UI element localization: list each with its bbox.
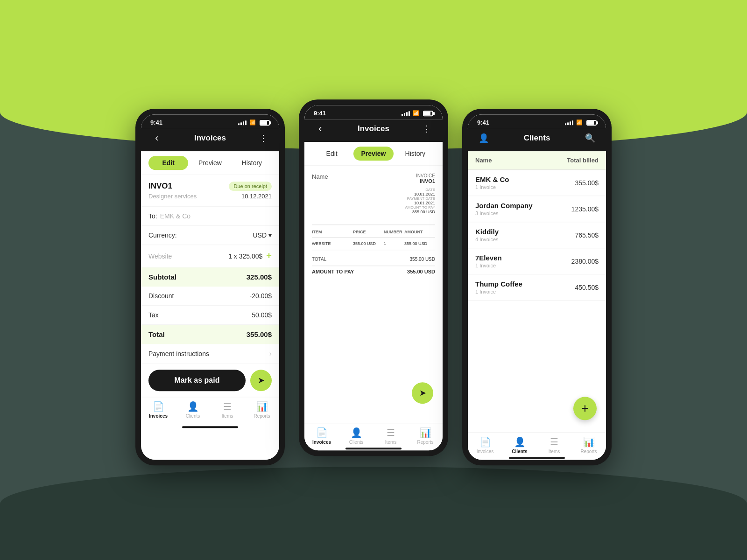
col-number: NUMBER [384, 230, 404, 234]
send-fab-center[interactable]: ➤ [412, 382, 433, 404]
home-indicator-center [345, 448, 402, 449]
client-name-3: 7Eleven [475, 254, 502, 262]
header-title-left: Invoices [194, 133, 226, 143]
time-left: 9:41 [150, 119, 162, 126]
client-invoices-3: 1 Invoice [475, 263, 502, 268]
send-icon-left: ➤ [258, 375, 265, 385]
client-row-1[interactable]: Jordan Company 3 Invoices 1235.00$ [468, 196, 606, 222]
client-invoices-2: 4 Invoices [475, 237, 499, 242]
tab-preview-center[interactable]: Preview [353, 147, 393, 161]
preview-date-label: DATE [405, 188, 435, 192]
invoice-date: 10.12.2021 [241, 193, 272, 200]
due-badge: Due on receipt [229, 182, 272, 191]
nav-items-center[interactable]: ☰ Items [374, 427, 408, 445]
nav-items-right[interactable]: ☰ Items [537, 436, 571, 454]
tabs-center: Edit Preview History [304, 142, 443, 166]
preview-payment-date-val: 10.01.2021 [405, 201, 435, 205]
total-row: Total 355.00$ [141, 325, 279, 344]
reports-nav-icon-right: 📊 [583, 436, 595, 448]
nav-clients-left[interactable]: 👤 Clients [176, 401, 210, 419]
tax-value: 50.00$ [252, 311, 272, 319]
send-fab-left[interactable]: ➤ [250, 370, 272, 391]
tab-preview-left[interactable]: Preview [190, 156, 230, 170]
row-amount: 355.00 USD [404, 241, 435, 246]
client-amount-2: 765.50$ [575, 231, 599, 239]
bottom-arc [0, 467, 747, 560]
phone-right: 9:41 📶 👤 Clients [462, 109, 612, 465]
app-header-right: 👤 Clients 🔍 [468, 129, 606, 151]
signal-left [238, 120, 247, 125]
client-row-3[interactable]: 7Eleven 1 Invoice 2380.00$ [468, 248, 606, 274]
nav-invoices-center[interactable]: 📄 Invoices [304, 427, 339, 445]
nav-invoices-right[interactable]: 📄 Invoices [468, 436, 502, 454]
nav-reports-left[interactable]: 📊 Reports [245, 401, 279, 419]
back-button-left[interactable]: ‹ [150, 132, 163, 145]
items-nav-label-right: Items [549, 449, 560, 454]
preview-invoice-title: INVOICE [405, 173, 435, 178]
background: 9:41 📶 ‹ Invoices [0, 0, 747, 560]
search-icon-right[interactable]: 🔍 [584, 132, 597, 145]
preview-total-label: TOTAL [312, 257, 326, 262]
preview-table-header: ITEM PRICE NUMBER AMOUNT [312, 230, 435, 238]
tax-row: Tax 50.00$ [141, 306, 279, 325]
col-total-header: Total billed [567, 157, 599, 164]
total-label: Total [148, 330, 165, 338]
tab-edit-left[interactable]: Edit [148, 156, 188, 170]
col-item: ITEM [312, 230, 353, 234]
phone-center-inner: 9:41 📶 ‹ Invoices [304, 105, 443, 450]
total-value: 355.00$ [247, 330, 272, 338]
reports-nav-label-left: Reports [254, 413, 270, 419]
currency-value: USD ▾ [253, 231, 272, 239]
add-client-fab[interactable]: + [573, 397, 597, 420]
menu-button-left[interactable]: ⋮ [257, 132, 270, 145]
battery-right [586, 120, 597, 126]
invoices-nav-label-center: Invoices [312, 440, 331, 445]
invoices-nav-label-right: Invoices [477, 449, 494, 454]
back-button-center[interactable]: ‹ [314, 122, 327, 135]
preview-date-val: 10.01.2021 [405, 192, 435, 196]
phone-left-inner: 9:41 📶 ‹ Invoices [141, 114, 279, 460]
add-item-button[interactable]: + [266, 251, 272, 261]
items-nav-label-left: Items [222, 413, 233, 419]
client-name-4: Thump Coffee [475, 280, 522, 288]
preview-amount-val: 355.00 USD [405, 210, 435, 214]
time-right: 9:41 [477, 119, 489, 126]
time-center: 9:41 [314, 110, 326, 117]
clients-nav-icon-center: 👤 [351, 427, 362, 438]
status-icons-right: 📶 [565, 119, 597, 126]
client-row-2[interactable]: Kiddily 4 Invoices 765.50$ [468, 222, 606, 248]
client-invoices-4: 1 Invoice [475, 289, 522, 294]
header-title-right: Clients [524, 133, 550, 143]
nav-reports-center[interactable]: 📊 Reports [408, 427, 443, 445]
tab-edit-center[interactable]: Edit [312, 147, 352, 161]
mark-paid-button[interactable]: Mark as paid [148, 370, 246, 391]
bottom-nav-center: 📄 Invoices 👤 Clients ☰ Items 📊 Reports [304, 423, 443, 450]
menu-button-center[interactable]: ⋮ [420, 122, 433, 135]
invoice-content-left: INVO1 Due on receipt Designer services 1… [141, 175, 279, 397]
battery-left [260, 120, 270, 126]
phones-container: 9:41 📶 ‹ Invoices [135, 109, 612, 465]
clients-nav-label-left: Clients [186, 413, 200, 419]
tabs-left: Edit Preview History [141, 151, 279, 175]
invoices-nav-icon-center: 📄 [316, 427, 328, 438]
clients-nav-label-center: Clients [349, 440, 364, 445]
col-name-header: Name [475, 157, 492, 164]
payment-instructions-row[interactable]: Payment instructions › [141, 344, 279, 364]
client-row-0[interactable]: EMK & Co 1 Invoice 355.00$ [468, 170, 606, 196]
nav-invoices-left[interactable]: 📄 Invoices [141, 401, 176, 419]
nav-clients-center[interactable]: 👤 Clients [339, 427, 374, 445]
client-row-4[interactable]: Thump Coffee 1 Invoice 450.50$ [468, 274, 606, 301]
tab-history-center[interactable]: History [395, 147, 435, 161]
tab-history-left[interactable]: History [232, 156, 272, 170]
home-indicator-right [509, 457, 565, 459]
invoices-nav-label-left: Invoices [149, 413, 168, 419]
col-amount: AMOUNT [404, 230, 435, 234]
header-title-center: Invoices [358, 124, 389, 133]
item-price: 1 x 325.00$ + [228, 251, 272, 261]
row-number: 1 [384, 241, 404, 246]
preview-content-center: Name INVOICE INVO1 DATE 10.01.2021 PAYME… [304, 166, 443, 285]
client-name-0: EMK & Co [475, 175, 509, 183]
nav-clients-right[interactable]: 👤 Clients [502, 436, 537, 454]
nav-reports-right[interactable]: 📊 Reports [571, 436, 606, 454]
nav-items-left[interactable]: ☰ Items [210, 401, 245, 419]
